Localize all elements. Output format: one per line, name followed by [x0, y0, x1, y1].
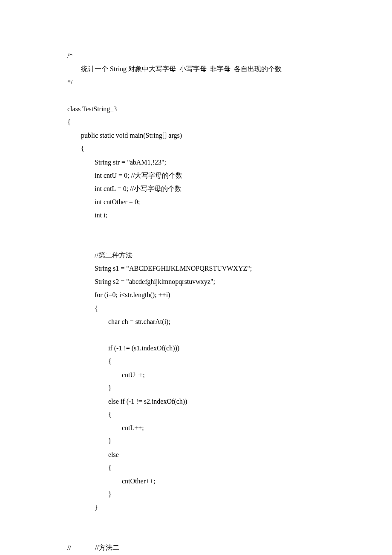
code-line: //第二种方法: [67, 249, 392, 262]
code-line: else: [67, 448, 392, 461]
code-line: }: [67, 501, 392, 514]
code-line: if (-1 != (s1.indexOf(ch))): [67, 341, 392, 355]
code-line: [67, 328, 392, 341]
code-line: public static void main(String[] args): [67, 129, 392, 142]
code-line: int cntU = 0; //大写字母的个数: [67, 169, 392, 182]
code-line: [67, 528, 392, 541]
code-line: */: [67, 75, 392, 89]
code-line: [67, 515, 392, 528]
code-line: }: [67, 488, 392, 501]
code-line: 统计一个 String 对象中大写字母 小写字母 非字母 各自出现的个数: [67, 62, 392, 75]
code-line: /*: [67, 49, 392, 62]
code-line: [67, 235, 392, 249]
code-line: {: [67, 116, 392, 129]
code-line: {: [67, 302, 392, 315]
code-line: String str = "abAM1,!23";: [67, 156, 392, 169]
code-line: [67, 222, 392, 235]
code-line: [67, 89, 392, 102]
code-line: {: [67, 142, 392, 155]
code-line: // //方法二: [67, 541, 392, 554]
code-line: cntU++;: [67, 368, 392, 382]
code-line: cntOther++;: [67, 474, 392, 488]
code-line: int cntOther = 0;: [67, 195, 392, 208]
code-line: }: [67, 434, 392, 448]
code-line: }: [67, 382, 392, 395]
code-line: class TestString_3: [67, 102, 392, 116]
code-line: String s2 = "abcdefghijklmnopqrstuvwxyz"…: [67, 275, 392, 288]
code-line: int cntL = 0; //小写字母的个数: [67, 182, 392, 195]
code-line: char ch = str.charAt(i);: [67, 315, 392, 328]
code-line: {: [67, 408, 392, 421]
document-page: /* 统计一个 String 对象中大写字母 小写字母 非字母 各自出现的个数 …: [0, 0, 392, 555]
code-line: cntL++;: [67, 421, 392, 434]
code-line: {: [67, 461, 392, 474]
code-line: String s1 = "ABCDEFGHIJKLMNOPQRSTUVWXYZ"…: [67, 262, 392, 275]
code-line: for (i=0; i<str.length(); ++i): [67, 288, 392, 301]
code-line: {: [67, 355, 392, 368]
code-line: else if (-1 != s2.indexOf(ch)): [67, 395, 392, 408]
code-line: int i;: [67, 208, 392, 222]
